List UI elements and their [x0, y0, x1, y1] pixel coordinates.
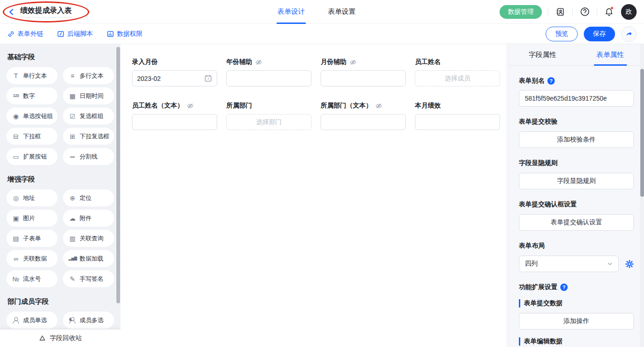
field-pill-label: 手写签名	[80, 275, 104, 283]
hidden-eye-icon	[375, 102, 382, 109]
divider	[548, 8, 548, 16]
backend-script-label: 后端脚本	[67, 30, 93, 38]
field-visibility-button[interactable]: 字段显隐规则	[519, 173, 634, 189]
tab-form-settings[interactable]: 表单设置	[328, 0, 356, 24]
field-pill-divider[interactable]: ═分割线	[63, 148, 114, 165]
save-button[interactable]: 保存	[584, 27, 615, 41]
field-pill-location[interactable]: ⊕定位	[63, 189, 114, 206]
date-input[interactable]: 2023-027	[132, 70, 217, 86]
field-pill-subform[interactable]: ▤子表单	[6, 230, 58, 247]
text-input[interactable]	[321, 70, 406, 86]
text-input[interactable]	[226, 70, 311, 86]
panel-scrollbar-thumb[interactable]	[640, 69, 644, 197]
field-pill-checkbox-group[interactable]: ☑复选框组	[63, 108, 114, 125]
data-permission-button[interactable]: 数据权限	[107, 30, 143, 38]
field-pill-datetime[interactable]: ▦日期时间	[63, 87, 114, 104]
field-pill-member-multi[interactable]: 成员多选	[63, 312, 114, 329]
picker-input[interactable]: 选择成员	[415, 70, 500, 86]
form-alias-heading: 表单别名 ?	[519, 77, 634, 85]
address-book-icon[interactable]	[554, 6, 566, 18]
tab-form-properties[interactable]: 表单属性	[576, 44, 644, 65]
form-alias-input[interactable]	[519, 90, 634, 107]
sidebar-scrollbar[interactable]	[116, 47, 120, 303]
external-link-icon	[7, 30, 15, 38]
submit-confirm-button[interactable]: 表单提交确认设置	[519, 214, 634, 231]
canvas-field[interactable]: 所属部门（文本）	[321, 102, 406, 130]
notification-bell-icon[interactable]	[603, 6, 615, 18]
field-recycle-bin[interactable]: 字段回收站	[0, 330, 121, 347]
text-input[interactable]	[132, 114, 217, 130]
canvas-field[interactable]: 月份辅助	[321, 58, 406, 86]
submit-data-add-action-button[interactable]: 添加操作	[519, 313, 634, 330]
canvas-field[interactable]: 录入月份2023-027	[132, 58, 217, 86]
field-visibility-heading: 字段显隐规则	[519, 159, 634, 167]
field-pill-extend-button[interactable]: ▭扩展按钮	[6, 148, 58, 165]
field-pill-radio-group[interactable]: ◉单选按钮组	[6, 108, 58, 125]
share-button[interactable]	[621, 26, 637, 42]
divider-icon: ═	[69, 154, 76, 160]
radio-group-icon: ◉	[12, 113, 20, 119]
field-pill-dropdown[interactable]: ⊟下拉框	[6, 128, 58, 145]
preview-button[interactable]: 预览	[546, 27, 578, 41]
field-pill-multi-line-text[interactable]: ≡多行文本	[63, 67, 114, 84]
layout-select[interactable]: 四列	[519, 256, 619, 272]
field-pill-linked-data[interactable]: ∞关联数据	[6, 250, 58, 267]
hidden-eye-icon	[187, 102, 194, 109]
back-chevron-icon	[7, 8, 16, 16]
chevron-down-icon	[607, 261, 613, 267]
field-pill-data-load[interactable]: ▂▅▇数据加载	[63, 250, 114, 267]
text-input[interactable]	[321, 114, 406, 130]
field-pill-dropdown-multi[interactable]: ⊞下拉复选框	[63, 128, 114, 145]
field-pill-label: 单选按钮组	[23, 112, 53, 120]
form-title[interactable]: 绩效提成录入表	[20, 6, 72, 17]
data-manage-button[interactable]: 数据管理	[500, 5, 542, 19]
field-pill-number[interactable]: 123数字	[6, 87, 58, 104]
field-pill-address[interactable]: ◎地址	[6, 189, 58, 206]
gear-icon	[625, 260, 634, 268]
avatar[interactable]: 政	[621, 4, 637, 20]
app-header: 绩效提成录入表 表单设计 表单设置 数据管理 政	[0, 0, 644, 24]
divider	[572, 8, 573, 16]
canvas-field[interactable]: 员工姓名（文本）	[132, 102, 217, 130]
picker-input[interactable]: 选择部门	[226, 114, 311, 130]
add-validation-button[interactable]: 添加校验条件	[519, 131, 634, 148]
member-single-icon	[12, 317, 20, 324]
canvas-field[interactable]: 年份辅助	[226, 58, 311, 86]
layout-select-value: 四列	[525, 260, 538, 268]
field-pill-image[interactable]: ▣图片	[6, 210, 58, 227]
canvas-field[interactable]: 本月绩效	[415, 102, 500, 130]
form-design-canvas[interactable]: 录入月份2023-027年份辅助月份辅助员工姓名选择成员员工姓名（文本）所属部门…	[121, 44, 508, 347]
tab-field-properties[interactable]: 字段属性	[509, 44, 576, 65]
field-pill-signature[interactable]: ✎手写签名	[63, 270, 114, 287]
submit-confirm-heading: 表单提交确认框设置	[519, 200, 634, 209]
layout-settings-button[interactable]	[625, 260, 634, 268]
back-button[interactable]	[7, 8, 16, 16]
backend-script-button[interactable]: 后端脚本	[57, 30, 93, 38]
field-label: 本月绩效	[415, 102, 441, 110]
field-label: 所属部门	[226, 102, 252, 110]
tab-form-design[interactable]: 表单设计	[277, 0, 305, 24]
canvas-field[interactable]: 所属部门选择部门	[226, 102, 311, 130]
dropdown-multi-icon: ⊞	[69, 133, 76, 140]
field-pill-serial-number[interactable]: №流水号	[6, 270, 58, 287]
field-pill-single-line-text[interactable]: T单行文本	[6, 67, 58, 84]
help-circle-icon[interactable]: ?	[547, 77, 555, 85]
canvas-field[interactable]: 员工姓名选择成员	[415, 58, 500, 86]
field-pill-attachment[interactable]: ☁附件	[63, 210, 114, 227]
help-icon[interactable]	[579, 6, 591, 18]
attachment-icon: ☁	[69, 215, 76, 222]
sidebar-section-title: 基础字段	[7, 53, 114, 62]
panel-scrollbar-track[interactable]	[640, 44, 644, 347]
field-pill-label: 图片	[23, 214, 35, 222]
field-label: 员工姓名	[415, 58, 441, 66]
help-circle-icon[interactable]: ?	[560, 284, 568, 291]
field-pill-label: 成员单选	[23, 316, 47, 324]
field-pill-label: 扩展按钮	[23, 153, 47, 161]
external-link-button[interactable]: 表单外链	[7, 30, 43, 38]
field-pill-label: 数字	[23, 92, 35, 100]
text-input[interactable]	[415, 114, 500, 130]
date-value: 2023-02	[137, 75, 161, 82]
submit-validation-heading: 表单提交校验	[519, 118, 634, 126]
field-pill-linked-query[interactable]: ▥关联查询	[63, 230, 114, 247]
field-pill-member-single[interactable]: 成员单选	[6, 312, 58, 329]
